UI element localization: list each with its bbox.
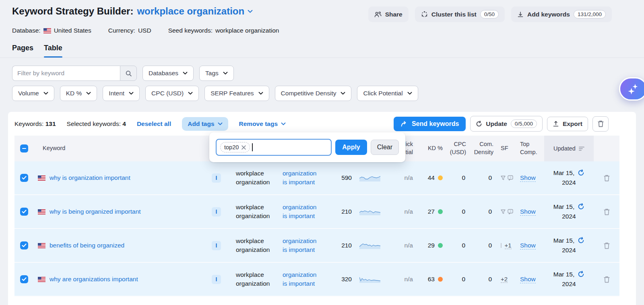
- click-potential-value: n/a: [384, 174, 415, 181]
- delete-row-button[interactable]: [594, 208, 619, 215]
- list-name-dropdown[interactable]: workplace organization: [137, 6, 253, 17]
- kd-value: 44: [428, 174, 435, 181]
- trash-icon: [604, 276, 610, 283]
- serp-features-filter-dropdown[interactable]: SERP Features: [204, 86, 269, 101]
- chevron-down-icon: [218, 122, 223, 126]
- column-header-keyword[interactable]: Keyword: [34, 144, 207, 152]
- trash-icon: [604, 208, 610, 215]
- top-comp-cell: Show: [520, 174, 544, 181]
- updated-year: 2024: [562, 178, 576, 188]
- sf-bar-icon: [501, 243, 502, 248]
- show-top-comp-link[interactable]: Show: [520, 208, 536, 216]
- kd-filter-dropdown[interactable]: KD %: [60, 86, 97, 101]
- page-link[interactable]: organization is important: [283, 271, 316, 287]
- keyword-link[interactable]: benefits of being organized: [50, 242, 124, 249]
- cpc-filter-dropdown[interactable]: CPC (USD): [145, 86, 199, 101]
- serp-features-cell: ?: [501, 175, 520, 181]
- click-potential-filter-dropdown[interactable]: Click Potential: [357, 86, 418, 101]
- intent-badge[interactable]: I: [212, 241, 221, 250]
- delete-row-button[interactable]: [594, 242, 619, 249]
- intent-badge[interactable]: I: [212, 173, 221, 183]
- remove-tag-icon[interactable]: [242, 145, 246, 150]
- cpc-value: 0: [447, 174, 471, 181]
- sf-more-link[interactable]: +1: [505, 242, 512, 249]
- add-tags-label: Add tags: [188, 120, 214, 128]
- page-link[interactable]: organization is important: [283, 170, 316, 185]
- cluster-label: Cluster this list: [431, 11, 477, 18]
- page-link[interactable]: organization is important: [283, 204, 316, 219]
- databases-label: Databases: [149, 70, 178, 77]
- kd-dot: [438, 243, 443, 248]
- keyword-filter-input[interactable]: [12, 66, 120, 81]
- view-tabs: Pages Table: [0, 34, 644, 58]
- database-value: United States: [54, 27, 91, 34]
- seed-keyword-cell: workplace organization: [225, 169, 283, 187]
- chevron-down-icon: [258, 92, 263, 95]
- intent-filter-dropdown[interactable]: Intent: [103, 86, 140, 101]
- export-icon: [553, 121, 559, 127]
- tag-input[interactable]: top20: [216, 139, 332, 156]
- update-badge: 0/5,000: [511, 120, 537, 128]
- share-button[interactable]: Share: [368, 6, 409, 22]
- tags-dropdown[interactable]: Tags: [199, 66, 234, 81]
- keywords-count: Keywords: 131: [14, 120, 56, 128]
- competitive-density-filter-dropdown[interactable]: Competitive Density: [275, 86, 352, 101]
- update-button[interactable]: Update 0/5,000: [470, 116, 543, 132]
- top-comp-cell: Show: [520, 242, 544, 249]
- delete-list-button[interactable]: [592, 116, 609, 132]
- apply-tags-button[interactable]: Apply: [335, 140, 367, 155]
- select-all-checkbox[interactable]: [14, 144, 34, 152]
- search-button[interactable]: [120, 66, 137, 81]
- show-top-comp-link[interactable]: Show: [520, 174, 536, 182]
- show-top-comp-link[interactable]: Show: [520, 276, 536, 283]
- intent-badge[interactable]: I: [212, 207, 221, 216]
- page-link[interactable]: organization is important: [283, 237, 316, 253]
- keyword-link[interactable]: why are organizations important: [50, 276, 138, 283]
- svg-text:?: ?: [510, 176, 511, 179]
- refresh-icon[interactable]: [578, 169, 584, 176]
- delete-row-button[interactable]: [594, 175, 619, 181]
- clear-tags-button[interactable]: Clear: [371, 140, 399, 155]
- kd-filter-label: KD %: [66, 90, 82, 97]
- row-checkbox[interactable]: [20, 208, 28, 216]
- column-header-com-density[interactable]: Com. Density: [471, 140, 501, 156]
- add-keywords-button[interactable]: Add keywords 131/2,000: [511, 6, 612, 22]
- ai-assistant-button[interactable]: [619, 77, 644, 101]
- refresh-icon[interactable]: [578, 203, 584, 210]
- trash-icon: [604, 175, 610, 181]
- remove-tags-button[interactable]: Remove tags: [239, 120, 286, 128]
- column-header-cpc[interactable]: CPC (USD): [447, 140, 471, 156]
- databases-dropdown[interactable]: Databases: [142, 66, 194, 81]
- column-header-top-comp[interactable]: Top Comp.: [520, 140, 544, 156]
- refresh-icon[interactable]: [578, 237, 584, 244]
- question-bubble-icon: ?: [508, 209, 513, 214]
- updated-cell: Mar 15, 2024: [544, 236, 594, 255]
- row-checkbox[interactable]: [20, 241, 28, 249]
- deselect-all-button[interactable]: Deselect all: [137, 120, 171, 128]
- updated-date: Mar 15,: [553, 270, 575, 279]
- export-button[interactable]: Export: [547, 117, 588, 131]
- tab-pages[interactable]: Pages: [12, 44, 33, 58]
- column-header-kd[interactable]: KD %: [415, 144, 447, 152]
- column-header-sf[interactable]: SF: [501, 144, 520, 152]
- row-checkbox[interactable]: [20, 275, 28, 283]
- volume-value: 590: [327, 174, 355, 181]
- cluster-list-button[interactable]: Cluster this list 0/50: [415, 6, 505, 22]
- intent-badge[interactable]: I: [212, 275, 221, 284]
- volume-filter-dropdown[interactable]: Volume: [12, 86, 54, 101]
- com-density-value: 0: [471, 208, 501, 215]
- tab-table[interactable]: Table: [44, 44, 62, 58]
- sf-more-link[interactable]: +2: [501, 276, 508, 283]
- row-checkbox[interactable]: [20, 174, 28, 182]
- send-keywords-button[interactable]: Send keywords: [394, 117, 466, 131]
- show-top-comp-link[interactable]: Show: [520, 242, 536, 249]
- keyword-link[interactable]: why is organization important: [50, 174, 130, 181]
- kd-value: 27: [428, 208, 435, 215]
- add-tags-button[interactable]: Add tags: [182, 117, 228, 131]
- updated-date: Mar 15,: [553, 236, 575, 245]
- delete-row-button[interactable]: [594, 276, 619, 283]
- refresh-icon[interactable]: [578, 271, 584, 278]
- download-icon: [517, 11, 524, 18]
- column-header-updated[interactable]: Updated: [544, 136, 594, 161]
- keyword-link[interactable]: why is being organized important: [50, 208, 141, 215]
